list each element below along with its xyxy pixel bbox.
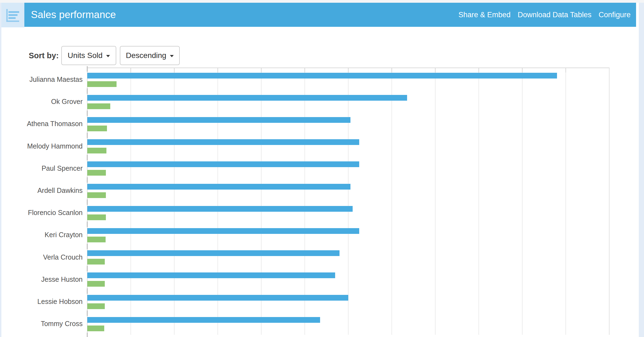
chart-row xyxy=(87,135,610,158)
bar-green[interactable] xyxy=(87,281,105,287)
bar-blue[interactable] xyxy=(87,161,359,167)
configure-link[interactable]: Configure xyxy=(599,11,631,19)
logo-bar xyxy=(8,11,19,13)
category-label: Ardell Dawkins xyxy=(1,186,83,194)
category-label: Ok Grover xyxy=(1,97,83,106)
logo-bar xyxy=(8,14,18,16)
chart-row xyxy=(87,313,610,335)
chart-row xyxy=(87,291,610,313)
category-label: Julianna Maestas xyxy=(1,75,83,83)
header-nav: Share & Embed Download Data Tables Confi… xyxy=(459,3,631,27)
bar-blue[interactable] xyxy=(87,295,348,301)
chart-row xyxy=(87,269,610,291)
sort-direction-dropdown[interactable]: Descending xyxy=(120,46,180,65)
sort-field-value: Units Sold xyxy=(68,51,103,60)
bar-green[interactable] xyxy=(87,192,106,198)
bar-blue[interactable] xyxy=(87,228,359,234)
bar-green[interactable] xyxy=(87,148,106,153)
bar-green[interactable] xyxy=(87,326,104,331)
bar-green[interactable] xyxy=(87,259,105,265)
plot-area xyxy=(87,68,610,335)
category-axis-tick xyxy=(87,333,88,337)
category-label: Paul Spencer xyxy=(1,164,83,172)
bar-chart-logo-icon xyxy=(1,3,24,27)
chart-row xyxy=(87,202,610,224)
app-header: Sales performance Share & Embed Download… xyxy=(1,3,636,27)
bar-blue[interactable] xyxy=(87,250,340,256)
chart-row xyxy=(87,180,610,202)
sort-direction-value: Descending xyxy=(126,51,166,60)
category-label: Jesse Huston xyxy=(1,275,83,283)
chart-row xyxy=(87,91,610,113)
bar-blue[interactable] xyxy=(87,272,335,278)
page-title: Sales performance xyxy=(31,3,116,27)
bar-blue[interactable] xyxy=(87,184,350,190)
sort-by-label: Sort by: xyxy=(29,46,59,65)
chart-row xyxy=(87,158,610,180)
page-top-margin xyxy=(0,0,644,3)
sort-field-dropdown[interactable]: Units Sold xyxy=(61,46,116,65)
bar-blue[interactable] xyxy=(87,73,557,79)
category-label: Melody Hammond xyxy=(1,142,83,150)
chart-row xyxy=(87,69,610,91)
bar-blue[interactable] xyxy=(87,117,350,123)
category-label: Verla Crouch xyxy=(1,253,83,261)
category-label: Florencio Scanlon xyxy=(1,208,83,217)
caret-down-icon xyxy=(170,55,174,57)
bar-blue[interactable] xyxy=(87,139,359,145)
category-label: Tommy Cross xyxy=(1,319,83,328)
chart-row xyxy=(87,246,610,269)
chart-row xyxy=(87,224,610,246)
chart-row xyxy=(87,113,610,135)
logo-axis xyxy=(6,9,8,22)
logo-bar xyxy=(8,17,16,19)
bar-green[interactable] xyxy=(87,81,117,87)
category-label: Keri Crayton xyxy=(1,231,83,239)
bar-blue[interactable] xyxy=(87,95,407,101)
page-background: Sales performance Share & Embed Download… xyxy=(0,0,644,337)
bar-green[interactable] xyxy=(87,303,105,309)
caret-down-icon xyxy=(106,55,110,57)
bar-blue[interactable] xyxy=(87,317,320,323)
bar-green[interactable] xyxy=(87,170,106,176)
logo-axis xyxy=(6,21,19,22)
bar-green[interactable] xyxy=(87,237,106,242)
share-embed-link[interactable]: Share & Embed xyxy=(459,11,511,19)
category-label: Athena Thomason xyxy=(1,120,83,128)
bar-green[interactable] xyxy=(87,103,110,109)
bar-green[interactable] xyxy=(87,126,107,131)
download-data-tables-link[interactable]: Download Data Tables xyxy=(518,11,591,19)
bar-green[interactable] xyxy=(87,214,106,220)
bar-blue[interactable] xyxy=(87,206,353,212)
content-card: Sales performance Share & Embed Download… xyxy=(1,3,639,337)
category-label: Lessie Hobson xyxy=(1,297,83,306)
